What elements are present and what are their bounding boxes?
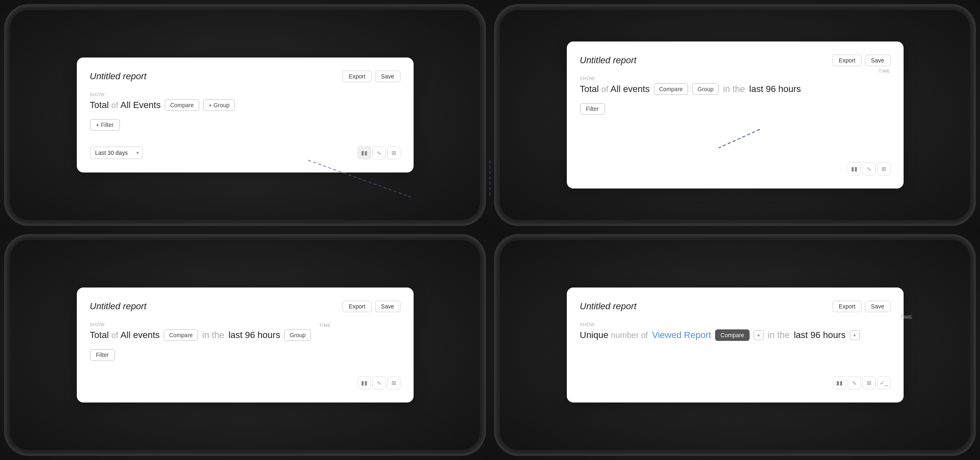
chart-icons-4: ▮▮ ∿ ⊞ ✓⎯ xyxy=(833,376,890,389)
bottom-row-2: ▮▮ ∿ ⊞ xyxy=(580,154,890,175)
filter-row-3: Filter xyxy=(90,349,400,361)
show-label-2: SHOW xyxy=(580,76,801,81)
show-row-1: Total of All Events Compare + Group xyxy=(90,99,400,111)
in-the-2: in the xyxy=(723,84,745,94)
report-title-2: Untitled report xyxy=(580,55,637,66)
show-row-3: Total of All events Compare in the last … xyxy=(90,329,311,341)
compare-button-4[interactable]: Compare xyxy=(715,329,750,341)
table-icon-1[interactable]: ⊞ xyxy=(387,146,400,159)
show-section-3: SHOW Total of All events Compare in the … xyxy=(90,322,400,344)
quadrant-bottom-right: Untitled report Export Save SHOW Unique … xyxy=(490,230,980,460)
report-header-3: Untitled report Export Save xyxy=(90,301,400,312)
table-icon-3[interactable]: ⊞ xyxy=(387,376,400,389)
save-button-3[interactable]: Save xyxy=(375,301,400,312)
bar-chart-icon-4[interactable]: ▮▮ xyxy=(833,376,846,389)
show-label-4: SHOW xyxy=(580,322,860,327)
show-section-2: SHOW Total of All events Compare Group i… xyxy=(580,76,890,98)
header-buttons: Export Save xyxy=(343,71,400,82)
show-section-1: SHOW Total of All Events Compare + Group xyxy=(90,92,400,114)
show-text-unique: Unique number of xyxy=(580,330,648,340)
viewed-report-text: Viewed Report xyxy=(652,330,711,340)
compare-button-3[interactable]: Compare xyxy=(164,329,198,341)
line-chart-icon-1[interactable]: ∿ xyxy=(373,146,386,159)
header-buttons-3: Export Save xyxy=(343,301,400,312)
time-value-4: last 96 hours xyxy=(794,330,846,340)
show-text-prefix-1: Total of All Events xyxy=(90,100,161,110)
date-dropdown-wrapper-1: Last 30 days Last 7 days Last 96 hours xyxy=(90,147,143,159)
time-value-3: last 96 hours xyxy=(228,330,280,340)
report-card-bottom-left: Untitled report Export Save SHOW Total o… xyxy=(77,288,414,402)
bar-chart-icon-1[interactable]: ▮▮ xyxy=(358,146,371,159)
report-card-top-right: Untitled report Export Save SHOW Total o… xyxy=(567,41,904,189)
bar-chart-icon-3[interactable]: ▮▮ xyxy=(358,376,371,389)
add-show-button-4[interactable]: + xyxy=(754,330,764,340)
add-time-button-4[interactable]: + xyxy=(850,330,860,340)
dashed-line-chart xyxy=(694,121,776,154)
filter-button-2[interactable]: Filter xyxy=(580,103,605,115)
header-buttons-2: Export Save xyxy=(833,55,890,66)
show-label-3: SHOW xyxy=(90,322,311,327)
filter-button-3[interactable]: Filter xyxy=(90,349,115,361)
date-dropdown-1[interactable]: Last 30 days Last 7 days Last 96 hours xyxy=(90,147,143,159)
time-label-2: TIME xyxy=(879,69,890,74)
compare-button-1[interactable]: Compare xyxy=(165,99,199,111)
export-button-3[interactable]: Export xyxy=(343,301,371,312)
bottom-row-4: ▮▮ ∿ ⊞ ✓⎯ xyxy=(580,368,890,389)
report-title-1: Untitled report xyxy=(90,71,147,82)
funnel-icon-4[interactable]: ✓⎯ xyxy=(877,376,890,389)
chart-icons-1: ▮▮ ∿ ⊞ xyxy=(358,146,400,159)
report-header-4: Untitled report Export Save xyxy=(580,301,890,312)
filter-button-1[interactable]: + Filter xyxy=(90,119,120,131)
group-button-1[interactable]: + Group xyxy=(203,99,235,111)
time-value-2: last 96 hours xyxy=(749,84,801,94)
report-title-4: Untitled report xyxy=(580,301,637,312)
chart-area-2 xyxy=(580,121,890,154)
report-card-top-left: Untitled report Export Save SHOW Total o… xyxy=(77,58,414,172)
quadrant-bottom-left: Untitled report Export Save SHOW Total o… xyxy=(0,230,490,460)
report-card-bottom-right: Untitled report Export Save SHOW Unique … xyxy=(567,288,904,402)
report-header-2: Untitled report Export Save xyxy=(580,55,890,66)
show-text-3: Total of All events xyxy=(90,330,160,340)
quadrant-top-left: Untitled report Export Save SHOW Total o… xyxy=(0,0,490,230)
export-button-4[interactable]: Export xyxy=(833,301,861,312)
group-button-2[interactable]: Group xyxy=(692,83,719,95)
show-row-4: Unique number of Viewed Report Compare +… xyxy=(580,329,860,341)
in-the-4: in the xyxy=(768,330,790,340)
bar-chart-icon-2[interactable]: ▮▮ xyxy=(848,162,861,175)
show-row-2: Total of All events Compare Group in the… xyxy=(580,83,801,95)
table-icon-2[interactable]: ⊞ xyxy=(877,162,890,175)
export-button-1[interactable]: Export xyxy=(343,71,371,82)
report-header: Untitled report Export Save xyxy=(90,71,400,82)
save-button-1[interactable]: Save xyxy=(375,71,400,82)
time-label-3: TIME xyxy=(319,323,331,328)
time-label-4: TIME xyxy=(901,315,912,320)
bottom-row-3: ▮▮ ∿ ⊞ xyxy=(90,368,400,389)
quadrant-top-right: Untitled report Export Save SHOW Total o… xyxy=(490,0,980,230)
save-button-4[interactable]: Save xyxy=(865,301,890,312)
in-the-3: in the xyxy=(202,330,224,340)
save-button-2[interactable]: Save xyxy=(865,55,890,66)
chart-icons-3: ▮▮ ∿ ⊞ xyxy=(358,376,400,389)
compare-button-2[interactable]: Compare xyxy=(654,83,688,95)
filter-row-1: + Filter xyxy=(90,119,400,131)
line-chart-icon-4[interactable]: ∿ xyxy=(848,376,861,389)
export-button-2[interactable]: Export xyxy=(833,55,861,66)
chart-icons-2: ▮▮ ∿ ⊞ xyxy=(848,162,890,175)
show-section-4: SHOW Unique number of Viewed Report Comp… xyxy=(580,322,890,344)
show-text-2: Total of All events xyxy=(580,84,650,94)
show-label-1: SHOW xyxy=(90,92,400,97)
line-chart-icon-2[interactable]: ∿ xyxy=(863,162,876,175)
bottom-row-1: Last 30 days Last 7 days Last 96 hours ▮… xyxy=(90,138,400,159)
header-buttons-4: Export Save xyxy=(833,301,890,312)
report-title-3: Untitled report xyxy=(90,301,147,312)
group-button-3[interactable]: Group xyxy=(284,329,311,341)
table-icon-4[interactable]: ⊞ xyxy=(863,376,876,389)
filter-row-2: Filter xyxy=(580,103,890,115)
line-chart-icon-3[interactable]: ∿ xyxy=(373,376,386,389)
